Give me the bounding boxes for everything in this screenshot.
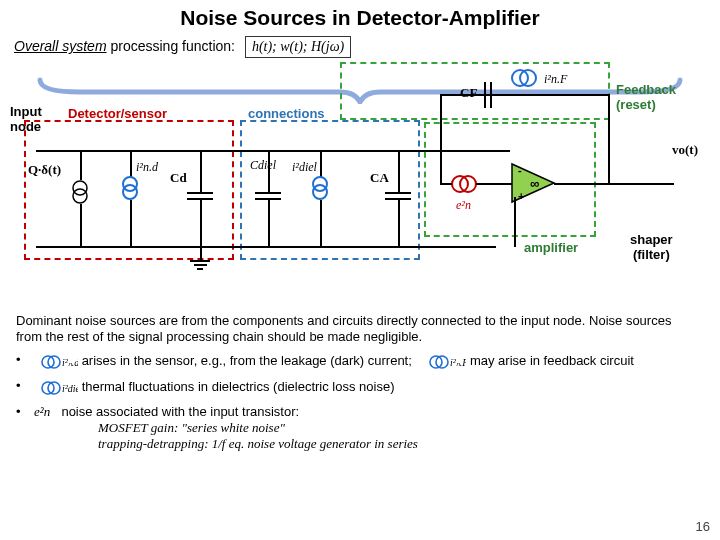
shaper-label: shaper (filter)	[630, 232, 673, 262]
bullet2-text: thermal fluctuations in dielectrics (die…	[82, 379, 395, 394]
bullet-dot: •	[16, 352, 38, 372]
wire-en-r	[476, 183, 512, 185]
wire-idiel-top	[320, 150, 322, 178]
subtitle-underlined: Overall system	[14, 38, 107, 54]
wire-gnd	[200, 246, 202, 260]
bullet-3: • e²n noise associated with the input tr…	[16, 404, 720, 452]
mini-ind-icon: i²ₙ.d	[38, 352, 78, 372]
svg-point-1	[73, 189, 87, 203]
svg-text:i²ₙ.d: i²ₙ.d	[62, 357, 78, 368]
opamp-gain: ∞	[530, 176, 539, 191]
subtitle: Overall system processing function: h(t)…	[14, 36, 720, 58]
bullet3-line2: trapping-detrapping: 1/f eq. noise volta…	[98, 436, 418, 451]
ca-label: CA	[370, 170, 389, 186]
bullet-1: • i²ₙ.d arises in the sensor, e.g., from…	[16, 352, 720, 372]
svg-text:i²ₙ.F: i²ₙ.F	[450, 357, 466, 368]
block-diagram: Input node Detector/sensor connections F…	[10, 62, 710, 307]
dominant-text: Dominant noise sources are from the comp…	[16, 313, 671, 344]
en-symbol: e²n	[34, 404, 50, 419]
input-wire	[36, 150, 510, 152]
en-label: e²n	[456, 198, 471, 213]
wire-en-up	[440, 150, 442, 184]
svg-text:i²diel: i²diel	[62, 383, 78, 394]
mini-inf-icon: i²ₙ.F	[426, 352, 466, 372]
wire-cd-bot	[200, 200, 202, 246]
bullet-dot: •	[16, 378, 38, 398]
inf-label: i²n.F	[544, 72, 567, 87]
wire-qd-bot	[80, 204, 82, 246]
current-source-icon	[68, 180, 92, 204]
idiel-label: i²diel	[292, 160, 317, 175]
opamp-plus: +	[518, 190, 524, 202]
wire-ind-bot	[130, 200, 132, 246]
connections-label: connections	[248, 106, 325, 121]
subtitle-rest: processing function:	[107, 38, 235, 54]
wire-cd-top	[200, 150, 202, 192]
ground-icon	[190, 260, 210, 272]
cd-label: Cd	[170, 170, 187, 186]
bottom-rail	[36, 246, 496, 248]
wire-opamp-plus	[514, 197, 516, 247]
svg-point-0	[73, 181, 87, 195]
wire-out	[554, 183, 674, 185]
dominant-paragraph: Dominant noise sources are from the comp…	[16, 313, 696, 346]
noise-source-idiel-icon	[308, 176, 332, 200]
feedback-label: Feedback (reset)	[616, 82, 710, 112]
wire-fb-left	[440, 94, 442, 150]
bullet1-b-text: may arise in feedback circuit	[470, 353, 634, 368]
capacitor-cdiel-icon	[255, 192, 281, 200]
wire-ca-top	[398, 150, 400, 192]
bullet3-line1: MOSFET gain: "series white noise"	[98, 420, 285, 435]
ind-label: i²n.d	[136, 160, 158, 175]
noise-source-en-icon	[450, 174, 478, 197]
wire-fb-right	[608, 94, 610, 184]
wire-idiel-bot	[320, 200, 322, 246]
processing-function: h(t); w(t); H(jω)	[245, 36, 351, 58]
wire-cdiel-top	[268, 150, 270, 192]
bullet-2: • i²diel thermal fluctuations in dielect…	[16, 378, 720, 398]
amplifier-label: amplifier	[524, 240, 578, 255]
capacitor-ca-icon	[385, 192, 411, 200]
cf-label: CF	[460, 85, 477, 101]
cdiel-label: Cdiel	[250, 158, 276, 173]
capacitor-cf-icon	[484, 82, 492, 108]
bullet1-a-text: arises in the sensor, e.g., from the lea…	[82, 353, 412, 368]
noise-source-ind-icon	[118, 176, 142, 200]
bullet3-head: noise associated with the input transist…	[61, 404, 299, 419]
wire-ind-top	[130, 150, 132, 178]
capacitor-cd-icon	[187, 192, 213, 200]
slide-title: Noise Sources in Detector-Amplifier	[0, 0, 720, 30]
vo-label: vo(t)	[672, 142, 698, 158]
q-delta-label: Q·δ(t)	[28, 162, 61, 178]
detector-label: Detector/sensor	[68, 106, 167, 121]
wire-qd-top	[80, 150, 82, 180]
opamp-minus: -	[518, 164, 522, 176]
wire-en-l	[440, 183, 452, 185]
wire-ca-bot	[398, 200, 400, 246]
mini-idiel-icon: i²diel	[38, 378, 78, 398]
wire-cdiel-bot	[268, 200, 270, 246]
noise-source-inf-icon	[510, 68, 538, 91]
page-number: 16	[696, 519, 710, 534]
